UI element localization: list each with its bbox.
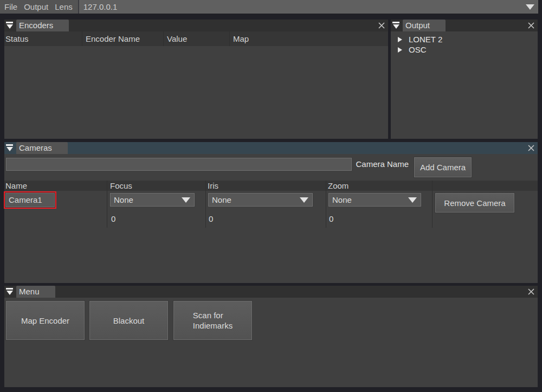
close-icon[interactable] [527, 288, 535, 295]
col-name: Name [5, 181, 27, 191]
chevron-down-icon [182, 197, 190, 203]
expand-arrow-icon[interactable] [398, 37, 402, 42]
close-icon[interactable] [527, 22, 535, 29]
map-encoder-label: Map Encoder [21, 316, 69, 326]
map-encoder-button[interactable]: Map Encoder [5, 300, 85, 340]
camera-name-input[interactable] [5, 157, 352, 171]
dock-icon[interactable] [392, 22, 399, 29]
zoom-dropdown[interactable]: None [328, 192, 422, 207]
iris-dropdown-value: None [212, 193, 231, 207]
iris-value: 0 [209, 214, 213, 224]
output-panel-header: Output [391, 20, 538, 31]
blackout-button[interactable]: Blackout [89, 300, 169, 340]
col-status: Status [5, 31, 29, 46]
output-panel: Output LONET 2 OSC [391, 20, 538, 139]
menubar-menus-group: File Output Lens [0, 0, 78, 14]
col-zoom: Zoom [328, 181, 349, 191]
scan-indiemarks-label: Scan for Indiemarks [193, 310, 233, 331]
cameras-panel: Cameras Camera Name Add Camera Name Focu… [4, 142, 538, 283]
cameras-panel-header: Cameras [4, 142, 538, 154]
column-separator [326, 181, 326, 228]
dock-icon[interactable] [6, 288, 13, 295]
col-iris: Iris [208, 181, 218, 191]
tab-encoders[interactable]: Encoders [16, 20, 69, 31]
encoders-panel: Encoders Status Encoder Name Value Map [4, 20, 388, 139]
menu-file[interactable]: File [0, 0, 21, 14]
menu-lens[interactable]: Lens [51, 0, 76, 14]
tree-item-osc[interactable]: OSC [398, 44, 427, 55]
menu-panel: Menu Map Encoder Blackout Scan for Indie… [4, 286, 538, 387]
iris-dropdown[interactable]: None [208, 192, 313, 207]
selected-cell-highlight: Camera1 [4, 191, 56, 209]
dock-icon[interactable] [6, 144, 13, 152]
col-map: Map [233, 31, 249, 46]
header-separator [82, 31, 82, 46]
col-value: Value [167, 31, 187, 46]
tree-item-label: LONET 2 [409, 35, 442, 44]
encoders-panel-header: Encoders [4, 20, 388, 31]
zoom-dropdown-value: None [332, 193, 352, 207]
tab-menu[interactable]: Menu [16, 286, 55, 298]
remove-camera-button[interactable]: Remove Camera [435, 192, 515, 213]
close-icon[interactable] [527, 144, 535, 152]
address-dropdown-arrow-icon[interactable] [526, 4, 534, 10]
column-separator [107, 181, 107, 228]
tab-cameras[interactable]: Cameras [16, 142, 68, 154]
col-encoder-name: Encoder Name [86, 31, 140, 46]
menu-panel-header: Menu [4, 286, 538, 298]
add-camera-button[interactable]: Add Camera [414, 157, 472, 178]
tab-output[interactable]: Output [403, 20, 446, 31]
dock-icon[interactable] [6, 22, 13, 29]
focus-dropdown[interactable]: None [109, 192, 195, 207]
tree-item-lonet2[interactable]: LONET 2 [398, 34, 442, 44]
close-icon[interactable] [378, 22, 385, 29]
focus-dropdown-value: None [114, 193, 133, 207]
camera-name-label: Camera Name [330, 157, 409, 171]
col-focus: Focus [110, 181, 132, 191]
header-separator [163, 31, 164, 46]
menu-output[interactable]: Output [21, 0, 51, 14]
column-separator [205, 181, 206, 228]
expand-arrow-icon[interactable] [398, 47, 402, 53]
blackout-label: Blackout [113, 316, 145, 326]
tree-item-label: OSC [409, 45, 427, 54]
header-separator [229, 31, 230, 46]
chevron-down-icon [408, 197, 417, 203]
scan-indiemarks-button[interactable]: Scan for Indiemarks [173, 300, 253, 340]
encoders-table-header: Status Encoder Name Value Map [4, 31, 388, 46]
focus-value: 0 [111, 214, 115, 224]
menu-bar: File Output Lens 127.0.0.1 [0, 0, 538, 14]
column-separator [432, 181, 433, 228]
address-combo[interactable]: 127.0.0.1 [79, 2, 118, 11]
cameras-table-header: Name Focus Iris Zoom [4, 181, 538, 191]
chevron-down-icon [300, 197, 308, 203]
camera-name-cell[interactable]: Camera1 [5, 192, 55, 208]
zoom-value: 0 [329, 214, 333, 224]
